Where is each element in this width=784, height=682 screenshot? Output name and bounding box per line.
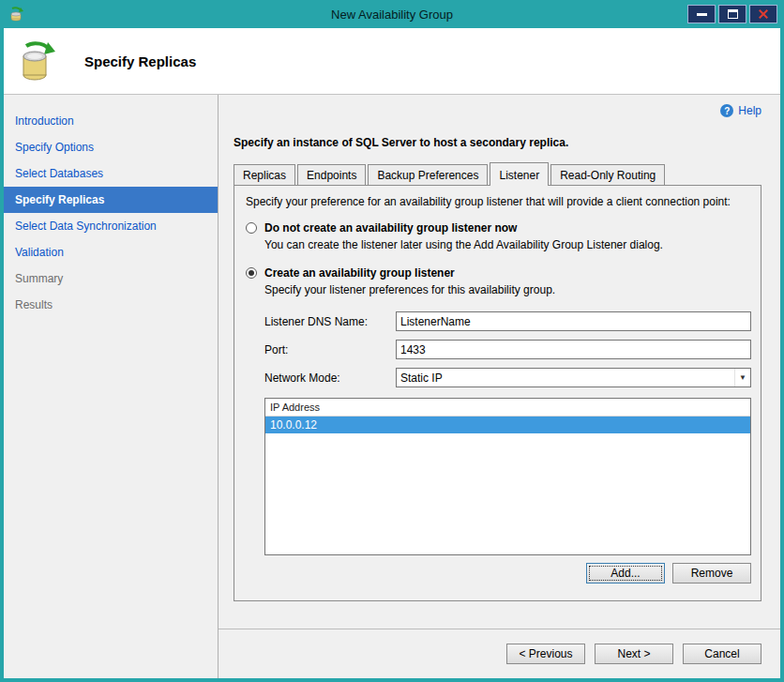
help-link[interactable]: ? Help — [228, 102, 761, 119]
window-title: New Availability Group — [0, 8, 784, 22]
listener-dns-label: Listener DNS Name: — [264, 315, 396, 328]
tab-strip: Replicas Endpoints Backup Preferences Li… — [234, 162, 761, 185]
window-body: Specify Replicas Introduction Specify Op… — [4, 28, 780, 678]
tab-backup-preferences[interactable]: Backup Preferences — [368, 164, 488, 185]
port-label: Port: — [264, 343, 396, 356]
network-mode-label: Network Mode: — [264, 371, 396, 385]
sidebar-item-select-data-synchronization[interactable]: Select Data Synchronization — [4, 213, 218, 239]
radio-description-create-listener: Specify your listener preferences for th… — [264, 283, 751, 296]
tab-read-only-routing[interactable]: Read-Only Routing — [550, 164, 665, 185]
sidebar-item-specify-options[interactable]: Specify Options — [4, 134, 218, 160]
sidebar-item-select-databases[interactable]: Select Databases — [4, 160, 218, 187]
sidebar-item-validation[interactable]: Validation — [4, 239, 218, 265]
radio-label-no-listener: Do not create an availability group list… — [264, 221, 517, 235]
remove-button[interactable]: Remove — [672, 563, 751, 583]
radio-icon-create-listener[interactable] — [246, 267, 257, 279]
radio-description-no-listener: You can create the listener later using … — [264, 238, 751, 251]
previous-button[interactable]: < Previous — [506, 644, 585, 664]
listener-tab-panel: Specify your preference for an availabil… — [234, 185, 761, 601]
radio-option-no-listener[interactable]: Do not create an availability group list… — [246, 221, 751, 235]
maximize-icon — [728, 9, 738, 19]
cancel-button[interactable]: Cancel — [683, 644, 761, 664]
titlebar: New Availability Group — [0, 0, 784, 28]
radio-option-create-listener[interactable]: Create an availability group listener — [246, 266, 751, 280]
window-controls — [687, 5, 777, 23]
add-button[interactable]: Add... — [586, 563, 665, 583]
instruction-text: Specify an instance of SQL Server to hos… — [234, 136, 761, 149]
ip-address-row[interactable]: 10.0.0.12 — [265, 417, 750, 433]
sidebar-item-specify-replicas[interactable]: Specify Replicas — [4, 187, 218, 213]
availability-group-icon — [17, 39, 60, 83]
tab-listener[interactable]: Listener — [490, 162, 549, 186]
maximize-button[interactable] — [718, 5, 746, 23]
footer: < Previous Next > Cancel — [219, 629, 780, 678]
tab-endpoints[interactable]: Endpoints — [297, 164, 366, 185]
window: New Availability Group Specify Replicas — [0, 0, 784, 682]
wizard-nav: Introduction Specify Options Select Data… — [4, 95, 218, 678]
radio-label-create-listener: Create an availability group listener — [264, 266, 455, 280]
ip-address-list[interactable]: IP Address 10.0.0.12 — [264, 398, 751, 555]
port-input[interactable] — [396, 340, 751, 359]
close-button[interactable] — [749, 5, 777, 23]
sidebar-item-summary: Summary — [4, 265, 218, 292]
listener-dns-row: Listener DNS Name: — [264, 311, 751, 331]
close-icon — [758, 8, 769, 20]
minimize-icon — [697, 13, 707, 16]
ip-address-column-header: IP Address — [265, 399, 750, 417]
wizard-header: Specify Replicas — [4, 28, 780, 95]
listener-intro-text: Specify your preference for an availabil… — [246, 195, 751, 208]
content-row: Introduction Specify Options Select Data… — [4, 95, 780, 678]
network-mode-row: Network Mode: Static IP ▼ — [264, 368, 751, 387]
wizard-content: ? Help Specify an instance of SQL Server… — [218, 95, 780, 678]
help-label: Help — [738, 104, 761, 117]
listener-dns-input[interactable] — [396, 311, 751, 331]
tab-replicas[interactable]: Replicas — [234, 164, 295, 185]
ip-list-actions: Add... Remove — [244, 563, 751, 583]
help-icon: ? — [720, 104, 733, 117]
network-mode-value: Static IP — [400, 371, 443, 385]
port-row: Port: — [264, 340, 751, 359]
sidebar-item-introduction[interactable]: Introduction — [4, 108, 218, 134]
network-mode-select[interactable]: Static IP ▼ — [396, 368, 751, 387]
next-button[interactable]: Next > — [595, 644, 673, 664]
chevron-down-icon[interactable]: ▼ — [734, 369, 750, 386]
radio-icon-no-listener[interactable] — [246, 222, 257, 234]
minimize-button[interactable] — [687, 5, 716, 23]
sidebar-item-results: Results — [4, 292, 218, 318]
page-title: Specify Replicas — [84, 53, 196, 69]
